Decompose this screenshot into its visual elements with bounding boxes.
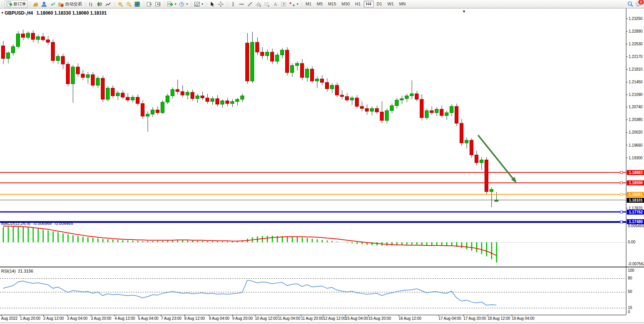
candle-body — [470, 140, 473, 155]
price-tick-label: 1.20740 — [629, 105, 642, 109]
level-line-handle[interactable] — [620, 171, 623, 174]
toolbar-grip[interactable] — [143, 1, 145, 7]
candle-body — [315, 79, 319, 81]
sell-arrow-annotation[interactable] — [478, 135, 513, 179]
candle-body — [86, 75, 90, 78]
timeframe-button-H4[interactable]: H4 — [364, 1, 374, 7]
toolbar-grip[interactable] — [84, 1, 86, 7]
timeframe-button-M5[interactable]: M5 — [314, 1, 325, 7]
notifications-button[interactable]: 1 — [636, 1, 642, 7]
auto-scroll-button[interactable] — [145, 0, 154, 8]
candle-body — [445, 113, 449, 116]
timeframe-button-M15[interactable]: M15 — [326, 1, 338, 7]
auto-scroll-icon — [146, 1, 153, 7]
candle-body — [216, 99, 219, 104]
toolbar-grip[interactable] — [301, 1, 302, 7]
text-icon: A — [272, 1, 278, 7]
candle-body — [186, 92, 189, 95]
horizontal-line-button[interactable] — [237, 0, 246, 8]
templates-button[interactable]: ▾ — [193, 0, 204, 8]
candle-body — [395, 100, 399, 106]
search-icon[interactable] — [627, 1, 633, 7]
candle-body — [2, 46, 5, 58]
signal-button[interactable] — [48, 0, 57, 8]
chart-ohlc-values: 1.18060 1.18330 1.18060 1.18101 — [36, 10, 107, 16]
cursor-button[interactable] — [208, 0, 217, 8]
candle-body — [286, 50, 289, 73]
line-chart-type-button[interactable] — [104, 0, 112, 8]
toolbar-grip[interactable] — [205, 1, 207, 7]
toolbar-grip[interactable] — [1, 1, 3, 7]
level-line-handle[interactable] — [620, 193, 623, 195]
chart-canvas[interactable] — [0, 0, 644, 324]
zoom-out-button[interactable] — [125, 0, 133, 8]
time-axis-label: 8 Aug 12:00 — [184, 316, 205, 321]
candle-body — [136, 97, 140, 104]
candle-body — [196, 96, 199, 99]
candle-body — [96, 78, 100, 85]
candle-body — [420, 99, 424, 118]
chart-shift-button[interactable] — [154, 0, 162, 8]
candle-body — [435, 109, 439, 112]
timeframe-button-W1[interactable]: W1 — [385, 1, 396, 7]
candle-body — [400, 99, 404, 100]
vertical-line-button[interactable] — [229, 0, 237, 8]
level-line-handle[interactable] — [620, 182, 623, 184]
candlestick-icon — [97, 1, 103, 7]
time-axis-label: 15 Aug 04:00 — [345, 316, 368, 321]
indicators-button[interactable]: ▾ — [166, 0, 177, 8]
toolbar-grip[interactable] — [226, 1, 228, 7]
gold-icon — [33, 1, 39, 7]
arrows-button[interactable]: ▾ — [288, 0, 299, 8]
tile-windows-button[interactable] — [133, 0, 141, 8]
auto-trading-button[interactable]: 自动交易 — [57, 0, 83, 8]
timeframe-button-MN[interactable]: MN — [397, 1, 408, 7]
fibonacci-button[interactable]: F — [263, 0, 271, 8]
new-order-button[interactable]: 新订单 — [5, 0, 28, 8]
candle-body — [51, 42, 55, 61]
timeframe-button-M30[interactable]: M30 — [339, 1, 352, 7]
line-chart-icon — [105, 1, 111, 7]
rsi-indicator-label: RSI(14)21.3156 — [1, 269, 36, 273]
timeframe-button-M1[interactable]: M1 — [303, 1, 314, 7]
toolbar-grip[interactable] — [190, 1, 192, 7]
toolbar-grip[interactable] — [163, 1, 165, 7]
rsi-value: 21.3156 — [18, 269, 33, 273]
level-line-handle[interactable] — [620, 221, 623, 223]
chart-shift-marker-icon[interactable]: ▼ — [462, 10, 466, 13]
crosshair-button[interactable] — [217, 0, 225, 8]
candle-body — [176, 89, 179, 92]
gold-button[interactable] — [31, 0, 40, 8]
candle-body — [41, 36, 45, 40]
candle-body — [345, 96, 349, 100]
account-button[interactable] — [40, 0, 48, 8]
timeframe-button-H1[interactable]: H1 — [353, 1, 363, 7]
candlestick-type-button[interactable] — [95, 0, 104, 8]
candle-body — [385, 111, 389, 121]
chart-menu-arrow-icon[interactable]: ▾ — [2, 11, 3, 15]
channel-button[interactable]: E — [254, 0, 263, 8]
text-button[interactable]: A — [271, 0, 279, 8]
trendline-button[interactable] — [246, 0, 254, 8]
timeframe-button-D1[interactable]: D1 — [375, 1, 384, 7]
crosshair-icon — [218, 1, 224, 7]
candle-body — [320, 79, 324, 83]
time-axis-label: 17 Aug 04:00 — [439, 316, 461, 321]
time-axis-label: 4 Aug 12:00 — [115, 316, 135, 321]
periods-button[interactable]: ▾ — [177, 0, 189, 8]
candle-body — [301, 63, 304, 78]
bar-chart-type-button[interactable] — [87, 0, 95, 8]
toolbar-grip[interactable] — [113, 1, 115, 7]
level-line-handle[interactable] — [620, 211, 623, 213]
text-label-button[interactable]: T — [279, 0, 288, 8]
macd-name: MACD(12,26,9) — [1, 221, 30, 226]
svg-text:E: E — [260, 5, 261, 7]
zoom-in-button[interactable] — [116, 0, 125, 8]
candle-body — [360, 106, 364, 109]
candle-body — [335, 85, 339, 95]
candle-body — [425, 111, 429, 117]
chart-symbol-period: GBPUSD-,H4 — [5, 10, 33, 16]
price-tick-label: 1.23250 — [629, 17, 642, 21]
candle-body — [101, 78, 105, 99]
toolbar-grip[interactable] — [29, 1, 31, 7]
